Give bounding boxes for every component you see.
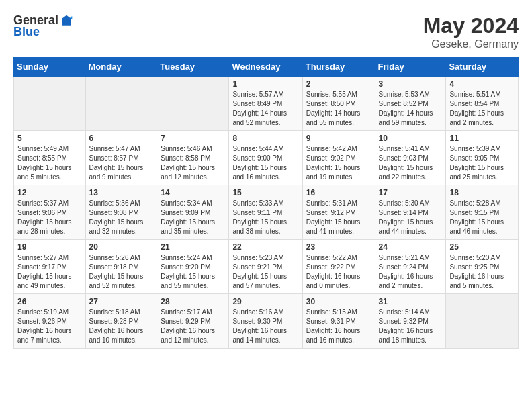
day-number: 26 xyxy=(17,297,82,306)
cell-text: Sunrise: 5:51 AM Sunset: 8:54 PM Dayligh… xyxy=(449,90,515,128)
day-number: 22 xyxy=(232,242,298,252)
day-number: 25 xyxy=(449,242,515,252)
day-number: 14 xyxy=(161,188,225,197)
calendar-cell xyxy=(85,77,157,131)
calendar-week-row: 1Sunrise: 5:57 AM Sunset: 8:49 PM Daylig… xyxy=(14,77,519,131)
cell-text: Sunrise: 5:19 AM Sunset: 9:26 PM Dayligh… xyxy=(17,308,82,345)
cell-text: Sunrise: 5:17 AM Sunset: 9:29 PM Dayligh… xyxy=(161,308,225,345)
calendar-cell: 4Sunrise: 5:51 AM Sunset: 8:54 PM Daylig… xyxy=(446,77,519,131)
logo-text-blue: Blue xyxy=(13,25,40,39)
cell-text: Sunrise: 5:42 AM Sunset: 9:02 PM Dayligh… xyxy=(306,144,371,182)
calendar-week-row: 5Sunrise: 5:49 AM Sunset: 8:55 PM Daylig… xyxy=(14,131,519,185)
cell-text: Sunrise: 5:49 AM Sunset: 8:55 PM Dayligh… xyxy=(17,144,82,182)
calendar-cell xyxy=(157,77,229,131)
calendar-cell: 12Sunrise: 5:37 AM Sunset: 9:06 PM Dayli… xyxy=(14,185,86,240)
weekday-header-thursday: Thursday xyxy=(302,58,375,77)
calendar-cell: 11Sunrise: 5:39 AM Sunset: 9:05 PM Dayli… xyxy=(446,131,519,185)
page-header: General Blue May 2024 Geseke, Germany xyxy=(13,13,519,50)
weekday-header-sunday: Sunday xyxy=(14,58,86,77)
calendar-cell: 26Sunrise: 5:19 AM Sunset: 9:26 PM Dayli… xyxy=(14,294,86,349)
day-number: 7 xyxy=(161,134,225,143)
cell-text: Sunrise: 5:24 AM Sunset: 9:20 PM Dayligh… xyxy=(161,253,225,291)
day-number: 1 xyxy=(232,79,298,89)
calendar-cell: 6Sunrise: 5:47 AM Sunset: 8:57 PM Daylig… xyxy=(85,131,157,185)
day-number: 31 xyxy=(379,297,443,306)
day-number: 24 xyxy=(379,242,443,252)
calendar-cell: 15Sunrise: 5:33 AM Sunset: 9:11 PM Dayli… xyxy=(229,185,302,240)
calendar-cell: 17Sunrise: 5:30 AM Sunset: 9:14 PM Dayli… xyxy=(375,185,446,240)
calendar-cell: 3Sunrise: 5:53 AM Sunset: 8:52 PM Daylig… xyxy=(375,77,446,131)
calendar-cell: 19Sunrise: 5:27 AM Sunset: 9:17 PM Dayli… xyxy=(14,240,86,294)
calendar-cell: 16Sunrise: 5:31 AM Sunset: 9:12 PM Dayli… xyxy=(302,185,375,240)
cell-text: Sunrise: 5:31 AM Sunset: 9:12 PM Dayligh… xyxy=(306,199,371,236)
calendar-week-row: 12Sunrise: 5:37 AM Sunset: 9:06 PM Dayli… xyxy=(14,185,519,240)
calendar-cell xyxy=(446,294,519,349)
cell-text: Sunrise: 5:55 AM Sunset: 8:50 PM Dayligh… xyxy=(306,90,371,128)
cell-text: Sunrise: 5:18 AM Sunset: 9:28 PM Dayligh… xyxy=(89,308,154,345)
day-number: 6 xyxy=(89,134,154,143)
day-number: 13 xyxy=(89,188,154,197)
day-number: 10 xyxy=(379,134,443,143)
calendar-cell: 14Sunrise: 5:34 AM Sunset: 9:09 PM Dayli… xyxy=(157,185,229,240)
day-number: 16 xyxy=(306,188,371,197)
cell-text: Sunrise: 5:26 AM Sunset: 9:18 PM Dayligh… xyxy=(89,253,154,291)
calendar-table: SundayMondayTuesdayWednesdayThursdayFrid… xyxy=(13,57,519,349)
day-number: 2 xyxy=(306,79,371,89)
cell-text: Sunrise: 5:14 AM Sunset: 9:32 PM Dayligh… xyxy=(379,308,443,345)
calendar-cell: 23Sunrise: 5:22 AM Sunset: 9:22 PM Dayli… xyxy=(302,240,375,294)
day-number: 23 xyxy=(306,242,371,252)
weekday-header-row: SundayMondayTuesdayWednesdayThursdayFrid… xyxy=(14,58,519,77)
day-number: 27 xyxy=(89,297,154,306)
calendar-cell: 9Sunrise: 5:42 AM Sunset: 9:02 PM Daylig… xyxy=(302,131,375,185)
calendar-cell: 8Sunrise: 5:44 AM Sunset: 9:00 PM Daylig… xyxy=(229,131,302,185)
cell-text: Sunrise: 5:36 AM Sunset: 9:08 PM Dayligh… xyxy=(89,199,154,236)
calendar-week-row: 19Sunrise: 5:27 AM Sunset: 9:17 PM Dayli… xyxy=(14,240,519,294)
cell-text: Sunrise: 5:16 AM Sunset: 9:30 PM Dayligh… xyxy=(232,308,298,345)
day-number: 9 xyxy=(306,134,371,143)
logo: General Blue xyxy=(13,13,73,39)
cell-text: Sunrise: 5:28 AM Sunset: 9:15 PM Dayligh… xyxy=(449,199,515,236)
calendar-cell: 5Sunrise: 5:49 AM Sunset: 8:55 PM Daylig… xyxy=(14,131,86,185)
calendar-cell: 24Sunrise: 5:21 AM Sunset: 9:24 PM Dayli… xyxy=(375,240,446,294)
weekday-header-tuesday: Tuesday xyxy=(157,58,229,77)
cell-text: Sunrise: 5:30 AM Sunset: 9:14 PM Dayligh… xyxy=(379,199,443,236)
cell-text: Sunrise: 5:20 AM Sunset: 9:25 PM Dayligh… xyxy=(449,253,515,291)
calendar-cell: 31Sunrise: 5:14 AM Sunset: 9:32 PM Dayli… xyxy=(375,294,446,349)
calendar-cell: 13Sunrise: 5:36 AM Sunset: 9:08 PM Dayli… xyxy=(85,185,157,240)
calendar-cell: 10Sunrise: 5:41 AM Sunset: 9:03 PM Dayli… xyxy=(375,131,446,185)
title-block: May 2024 Geseke, Germany xyxy=(423,13,519,50)
calendar-cell: 1Sunrise: 5:57 AM Sunset: 8:49 PM Daylig… xyxy=(229,77,302,131)
cell-text: Sunrise: 5:23 AM Sunset: 9:21 PM Dayligh… xyxy=(232,253,298,291)
weekday-header-saturday: Saturday xyxy=(446,58,519,77)
day-number: 4 xyxy=(449,79,515,89)
cell-text: Sunrise: 5:44 AM Sunset: 9:00 PM Dayligh… xyxy=(232,144,298,182)
location-subtitle: Geseke, Germany xyxy=(423,38,519,50)
day-number: 21 xyxy=(161,242,225,252)
calendar-cell: 25Sunrise: 5:20 AM Sunset: 9:25 PM Dayli… xyxy=(446,240,519,294)
cell-text: Sunrise: 5:34 AM Sunset: 9:09 PM Dayligh… xyxy=(161,199,225,236)
calendar-cell: 28Sunrise: 5:17 AM Sunset: 9:29 PM Dayli… xyxy=(157,294,229,349)
calendar-cell: 30Sunrise: 5:15 AM Sunset: 9:31 PM Dayli… xyxy=(302,294,375,349)
weekday-header-friday: Friday xyxy=(375,58,446,77)
day-number: 15 xyxy=(232,188,298,197)
calendar-cell: 27Sunrise: 5:18 AM Sunset: 9:28 PM Dayli… xyxy=(85,294,157,349)
day-number: 3 xyxy=(379,79,443,89)
cell-text: Sunrise: 5:39 AM Sunset: 9:05 PM Dayligh… xyxy=(449,144,515,182)
calendar-week-row: 26Sunrise: 5:19 AM Sunset: 9:26 PM Dayli… xyxy=(14,294,519,349)
day-number: 30 xyxy=(306,297,371,306)
calendar-cell: 21Sunrise: 5:24 AM Sunset: 9:20 PM Dayli… xyxy=(157,240,229,294)
calendar-cell xyxy=(14,77,86,131)
cell-text: Sunrise: 5:27 AM Sunset: 9:17 PM Dayligh… xyxy=(17,253,82,291)
logo-icon xyxy=(60,14,73,28)
day-number: 19 xyxy=(17,242,82,252)
cell-text: Sunrise: 5:53 AM Sunset: 8:52 PM Dayligh… xyxy=(379,90,443,128)
cell-text: Sunrise: 5:37 AM Sunset: 9:06 PM Dayligh… xyxy=(17,199,82,236)
calendar-cell: 18Sunrise: 5:28 AM Sunset: 9:15 PM Dayli… xyxy=(446,185,519,240)
day-number: 28 xyxy=(161,297,225,306)
calendar-cell: 22Sunrise: 5:23 AM Sunset: 9:21 PM Dayli… xyxy=(229,240,302,294)
cell-text: Sunrise: 5:22 AM Sunset: 9:22 PM Dayligh… xyxy=(306,253,371,291)
cell-text: Sunrise: 5:47 AM Sunset: 8:57 PM Dayligh… xyxy=(89,144,154,182)
weekday-header-monday: Monday xyxy=(85,58,157,77)
day-number: 20 xyxy=(89,242,154,252)
cell-text: Sunrise: 5:21 AM Sunset: 9:24 PM Dayligh… xyxy=(379,253,443,291)
